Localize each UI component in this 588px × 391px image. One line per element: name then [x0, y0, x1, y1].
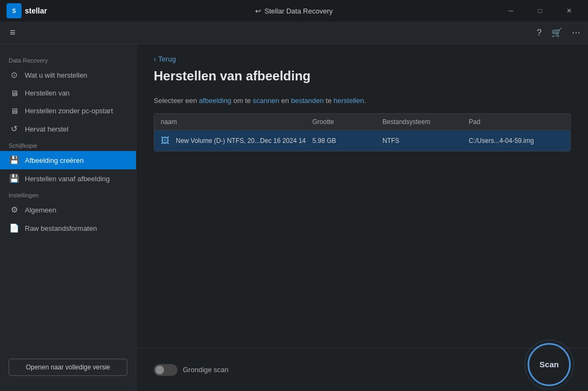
sidebar-item-hervat-herstel[interactable]: ↺ Hervat herstel [0, 120, 136, 138]
sidebar-section-data-recovery: Data Recovery [0, 53, 136, 66]
monitor-icon: 🖥 [9, 88, 19, 98]
sidebar-item-herstellen-vanaf-afbeelding[interactable]: 💾 Herstellen vanaf afbeelding [0, 169, 136, 188]
sidebar: Data Recovery ⊙ Wat u wilt herstellen 🖥 … [0, 44, 136, 391]
sidebar-item-wat-u-wilt-herstellen[interactable]: ⊙ Wat u wilt herstellen [0, 66, 136, 84]
sidebar-item-afbeelding-creeren[interactable]: 💾 Afbeelding creëren [0, 151, 136, 169]
col-naam: naam [154, 114, 306, 130]
main-layout: Data Recovery ⊙ Wat u wilt herstellen 🖥 … [0, 44, 588, 391]
bottom-bar: Grondige scan Scan [136, 348, 588, 391]
titlebar-arrow-icon: ↩ [255, 7, 261, 15]
back-arrow-icon: ‹ [154, 55, 156, 63]
grondige-scan-toggle[interactable] [154, 364, 177, 376]
help-icon[interactable]: ? [537, 28, 542, 38]
scan-button[interactable]: Scan [528, 343, 571, 386]
grondige-scan-label: Grondige scan [183, 366, 229, 374]
table-row[interactable]: 🖼 New Volume (D-) NTFS, 20...Dec 16 2024… [154, 131, 570, 151]
sidebar-item-algemeen[interactable]: ⚙ Algemeen [0, 201, 136, 219]
monitor2-icon: 🖥 [9, 106, 19, 115]
hamburger-menu-button[interactable]: ≡ [8, 25, 18, 40]
sidebar-section-instellingen: Instellingen [0, 188, 136, 201]
col-bestandssysteem: Bestandsysteem [376, 114, 462, 130]
cell-grootte: 5.98 GB [306, 131, 376, 151]
app-logo: S stellar [6, 3, 47, 18]
gear-icon: ⚙ [9, 205, 19, 215]
topbar: ≡ ? 🛒 ⋯ [0, 22, 588, 44]
logo-text: stellar [25, 6, 47, 15]
window-controls: ─ □ ✕ [498, 0, 582, 22]
sidebar-section-schijfkopie: Schijfkopie [0, 138, 136, 151]
cell-naam: 🖼 New Volume (D-) NTFS, 20...Dec 16 2024… [154, 131, 306, 151]
apps-icon[interactable]: ⋯ [572, 28, 580, 38]
titlebar: S stellar ↩ Stellar Data Recovery ─ □ ✕ [0, 0, 588, 22]
cell-pad: C:/Users...4-04-59.img [462, 131, 570, 151]
minimize-button[interactable]: ─ [498, 0, 523, 22]
sidebar-item-herstellen-van[interactable]: 🖥 Herstellen van [0, 84, 136, 102]
image-file-icon: 🖼 [161, 136, 172, 146]
table-header: naam Grootte Bestandsysteem Pad [154, 114, 570, 131]
page-title: Herstellen van afbeelding [154, 68, 571, 84]
instruction-text: Selecteer een afbeelding om te scannen e… [154, 97, 571, 105]
topbar-actions: ? 🛒 ⋯ [537, 28, 580, 38]
disk2-icon: 💾 [9, 174, 19, 183]
sidebar-item-raw-bestandsformaten[interactable]: 📄 Raw bestandsformaten [0, 219, 136, 237]
image-table: naam Grootte Bestandsysteem Pad 🖼 New Vo… [154, 113, 571, 152]
close-button[interactable]: ✕ [557, 0, 582, 22]
col-grootte: Grootte [306, 114, 376, 130]
circle-icon: ⊙ [9, 70, 19, 80]
grondige-scan-toggle-container: Grondige scan [154, 364, 229, 376]
sidebar-bottom: Openen naar volledige versie [0, 352, 136, 382]
cell-bestandssysteem: NTFS [376, 131, 462, 151]
refresh-icon: ↺ [9, 124, 19, 134]
cart-icon[interactable]: 🛒 [551, 28, 562, 38]
content-area: ‹ Terug Herstellen van afbeelding Select… [136, 44, 588, 391]
titlebar-title: ↩ Stellar Data Recovery [255, 7, 332, 15]
open-version-button[interactable]: Openen naar volledige versie [9, 359, 127, 376]
maximize-button[interactable]: □ [528, 0, 552, 22]
sidebar-item-herstellen-zonder-pc-opstart[interactable]: 🖥 Herstellen zonder pc-opstart [0, 102, 136, 120]
col-pad: Pad [462, 114, 570, 130]
file-icon: 📄 [9, 223, 19, 233]
disk-icon: 💾 [9, 155, 19, 165]
back-link[interactable]: ‹ Terug [154, 55, 571, 63]
logo-icon: S [6, 3, 22, 18]
